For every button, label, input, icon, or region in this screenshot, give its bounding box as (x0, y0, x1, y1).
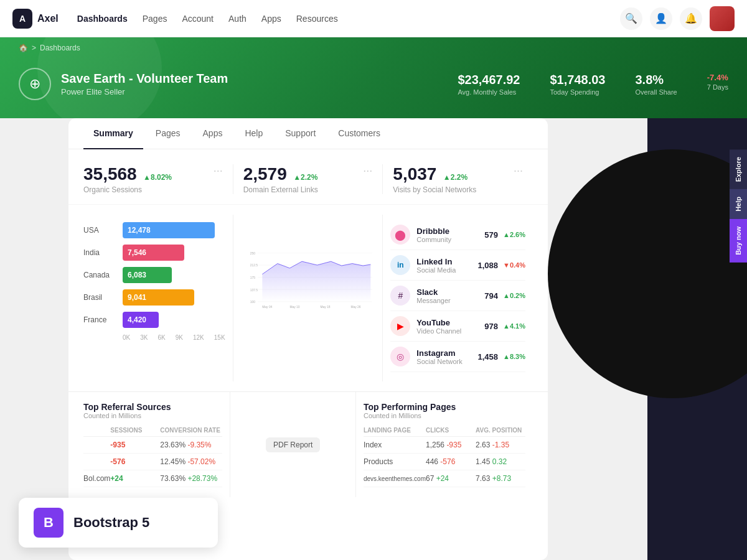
home-icon: 🏠 (19, 44, 28, 52)
hero-stat-share: 3.8% Overall Share (635, 73, 677, 96)
dashboard-card: Summary Pages Apps Help Support Customer… (68, 118, 548, 560)
bootstrap-text: Bootstrap 5 (73, 515, 149, 531)
svg-text:212.5: 212.5 (250, 264, 258, 267)
nav-right: 🔍 👤 🔔 (620, 6, 735, 31)
bar-canada: Canada 6,083 (83, 267, 225, 283)
bar-usa: USA 12,478 (83, 222, 225, 238)
svg-text:175: 175 (250, 276, 255, 279)
stat-external-links: ··· 2,579 ▲2.2% Domain External Links (233, 164, 383, 194)
hero-info: Save Earth - Volunteer Team Power Elite … (61, 72, 228, 96)
bar-brasil: Brasil 9,041 (83, 289, 225, 306)
dribbble-icon: ⬤ (390, 225, 410, 245)
social-linkedin: in Linked In Social Media 1,088 ▼0.4% (390, 250, 525, 281)
line-chart: 250 212.5 175 137.5 100 (241, 220, 375, 357)
referral-row-3: Bol.com +24 73.63% +28.73% (83, 470, 222, 487)
stat-num-3: 5,037 (393, 164, 436, 184)
hero-stats: $23,467.92 Avg. Monthly Sales $1,748.03 … (458, 73, 728, 96)
social-dribbble: ⬤ Dribbble Community 579 ▲2.6% (390, 220, 525, 250)
social-chart-col: ⬤ Dribbble Community 579 ▲2.6% in (383, 215, 533, 381)
notifications-icon[interactable]: 🔔 (680, 7, 702, 30)
tab-customers[interactable]: Customers (328, 118, 390, 149)
side-buttons: Explore Help Buy now (730, 149, 747, 263)
stat-organic-sessions: ··· 35,568 ▲8.02% Organic Sessions (83, 164, 233, 194)
buy-button[interactable]: Buy now (730, 219, 747, 263)
svg-text:100: 100 (250, 301, 255, 304)
tab-support[interactable]: Support (275, 118, 326, 149)
hero-stat-spending: $1,748.03 Today Spending (550, 73, 606, 96)
bootstrap-badge: B Bootstrap 5 (19, 498, 218, 548)
search-button[interactable]: 🔍 (620, 7, 642, 30)
tab-pages[interactable]: Pages (146, 118, 190, 149)
hero-title: Save Earth - Volunteer Team (61, 72, 228, 86)
line-chart-svg: 250 212.5 175 137.5 100 (241, 220, 375, 344)
bar-france: France 4,420 (83, 312, 225, 328)
referral-row-2: -576 12.45% -57.02% (83, 454, 222, 470)
svg-text:250: 250 (250, 252, 255, 255)
svg-text:May 10: May 10 (289, 306, 299, 309)
profile-icon[interactable]: 👤 (650, 7, 672, 30)
tab-apps[interactable]: Apps (193, 118, 233, 149)
hero-content: ⊕ Save Earth - Volunteer Team Power Elit… (19, 68, 228, 100)
tab-help[interactable]: Help (235, 118, 273, 149)
svg-text:137.5: 137.5 (250, 289, 258, 292)
pages-sub: Counted in Millions (364, 412, 525, 419)
linkedin-icon: in (390, 255, 410, 275)
svg-text:May 18: May 18 (320, 306, 330, 309)
stat-menu-1[interactable]: ··· (214, 164, 223, 177)
tab-summary[interactable]: Summary (83, 118, 143, 149)
stat-label-2: Domain External Links (243, 185, 373, 194)
svg-marker-10 (262, 261, 370, 302)
explore-button[interactable]: Explore (730, 149, 747, 189)
slack-icon: # (390, 286, 410, 306)
line-chart-col: 250 212.5 175 137.5 100 (233, 215, 383, 381)
social-youtube: ▶ YouTube Video Channel 978 ▲4.1% (390, 311, 525, 342)
help-button[interactable]: Help (730, 189, 747, 219)
brand-icon: A (12, 9, 32, 29)
svg-text:May 26: May 26 (350, 306, 360, 309)
social-instagram: ◎ Instagram Social Network 1,458 ▲8.3% (390, 342, 525, 372)
brand[interactable]: A Axel (12, 9, 59, 29)
nav-resources[interactable]: Resources (296, 14, 338, 24)
nav-auth[interactable]: Auth (228, 14, 247, 24)
referral-sources: Top Referral Sources Counted in Millions… (83, 392, 230, 497)
navbar: A Axel Dashboards Pages Account Auth App… (0, 0, 747, 37)
user-avatar[interactable] (710, 6, 735, 31)
stat-num-1: 35,568 (83, 164, 137, 184)
hero-banner: 🏠 > Dashboards ⊕ Save Earth - Volunteer … (0, 37, 747, 118)
brand-name: Axel (37, 13, 59, 24)
nav-pages[interactable]: Pages (143, 14, 167, 24)
referral-title: Top Referral Sources (83, 402, 222, 412)
pages-table-header: LANDING PAGE CLICKS AVG. POSITION (364, 424, 525, 437)
nav-account[interactable]: Account (182, 14, 214, 24)
stat-change-2: ▲2.2% (293, 173, 317, 182)
nav-links: Dashboards Pages Account Auth Apps Resou… (77, 14, 338, 24)
pdf-col: PDF Report (230, 392, 356, 497)
main-content: Explore Help Buy now Summary Pages Apps … (0, 118, 747, 560)
nav-dashboards[interactable]: Dashboards (77, 14, 128, 24)
hero-stat-days: -7.4% 7 Days (707, 73, 728, 96)
hero-subtitle: Power Elite Seller (61, 87, 228, 96)
bootstrap-icon: B (34, 508, 63, 538)
social-list: ⬤ Dribbble Community 579 ▲2.6% in (390, 220, 525, 372)
referral-table-header: SESSIONS CONVERSION RATE (83, 424, 222, 437)
nav-apps[interactable]: Apps (261, 14, 281, 24)
hero-stat-monthly: $23,467.92 Avg. Monthly Sales (458, 73, 520, 96)
bar-axis: 0K 3K 6K 9K 12K 15K (83, 334, 225, 341)
top-pages: Top Performing Pages Counted in Millions… (356, 392, 533, 497)
bar-chart-col: USA 12,478 India 7,546 Canada (83, 215, 233, 381)
bar-chart: USA 12,478 India 7,546 Canada (83, 222, 225, 341)
stat-menu-3[interactable]: ··· (514, 164, 523, 177)
pdf-report-button[interactable]: PDF Report (266, 437, 320, 452)
stat-num-2: 2,579 (243, 164, 287, 184)
stat-menu-2[interactable]: ··· (363, 164, 372, 177)
stat-label-1: Organic Sessions (83, 185, 223, 194)
stat-label-3: Visits by Social Networks (393, 185, 523, 194)
bar-india: India 7,546 (83, 245, 225, 261)
pages-title: Top Performing Pages (364, 402, 525, 412)
dark-circle (548, 149, 747, 398)
referral-row-1: -935 23.63% -9.35% (83, 437, 222, 454)
breadcrumb: 🏠 > Dashboards (19, 44, 80, 52)
bottom-row: Top Referral Sources Counted in Millions… (68, 391, 548, 497)
social-slack: # Slack Messanger 794 ▲0.2% (390, 281, 525, 311)
tabs: Summary Pages Apps Help Support Customer… (68, 118, 548, 149)
